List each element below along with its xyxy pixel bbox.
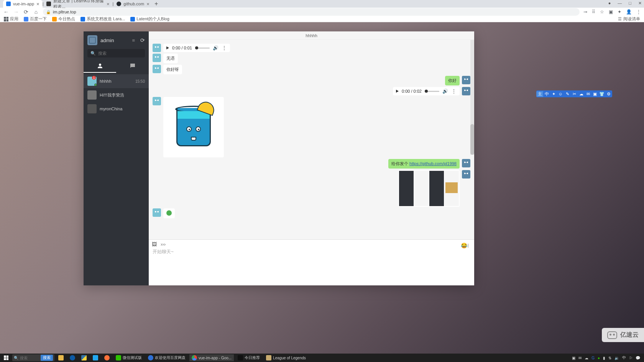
- tray-battery-icon[interactable]: ▮: [603, 356, 605, 360]
- taskbar-vscode[interactable]: [90, 354, 100, 361]
- taskbar-today[interactable]: 今日推荐: [235, 354, 262, 361]
- minimize-button[interactable]: —: [618, 1, 622, 6]
- tray-flag-icon[interactable]: ⚐: [629, 356, 632, 360]
- back-button[interactable]: ←: [3, 9, 9, 15]
- menu-icon[interactable]: ≡: [132, 38, 135, 43]
- taskbar-wechat[interactable]: 微信测试版: [113, 354, 144, 361]
- tab-vue-im-app[interactable]: vue-im-app ×: [3, 0, 43, 8]
- tool-mail-icon[interactable]: ✉: [585, 92, 591, 97]
- refresh-icon[interactable]: ⟳: [140, 37, 145, 43]
- tray-volume-icon[interactable]: 🔉: [614, 356, 619, 360]
- voice-icon[interactable]: ›››: [161, 241, 166, 247]
- gopher-cup-image: [165, 98, 222, 156]
- scroll-thumb[interactable]: [470, 124, 474, 155]
- tool-cut-icon[interactable]: ✂: [571, 92, 578, 97]
- tool-face-icon[interactable]: ☺: [557, 92, 564, 96]
- tool-grid-icon[interactable]: ▣: [591, 92, 598, 97]
- taskbar-baidupan[interactable]: 欢迎使用百度网盘: [146, 354, 188, 361]
- tool-spark-icon[interactable]: ✦: [550, 92, 557, 97]
- close-icon[interactable]: ×: [107, 1, 110, 7]
- translate-icon[interactable]: ⠿: [592, 9, 595, 15]
- more-icon[interactable]: ⋮: [222, 45, 227, 51]
- audio-player[interactable]: 0:00 / 0:02 🔊 ⋮: [393, 87, 460, 95]
- omnibox[interactable]: 🔒 im.pltrue.top: [43, 8, 580, 16]
- maximize-button[interactable]: □: [629, 1, 631, 6]
- apps-button[interactable]: 应用: [4, 16, 18, 22]
- key-icon[interactable]: ⊸: [583, 9, 587, 15]
- list-icon: ☰: [618, 16, 622, 21]
- tool-cn[interactable]: 中: [543, 91, 550, 97]
- tab-learnku[interactable]: 新建文章 | LearnKu 终身编程者... ×: [43, 0, 112, 8]
- profile-icon[interactable]: 👤: [626, 9, 632, 15]
- star-icon[interactable]: ☆: [600, 9, 604, 15]
- tool-shirt-icon[interactable]: 👕: [598, 92, 605, 97]
- message-input[interactable]: [153, 249, 470, 285]
- search-go-button[interactable]: 搜索: [41, 355, 53, 361]
- volume-icon[interactable]: 🔊: [213, 45, 219, 51]
- bookmark-latent[interactable]: Latent的个人Blog: [130, 16, 169, 22]
- search-box[interactable]: 🔍: [87, 49, 145, 57]
- close-icon[interactable]: ×: [146, 1, 150, 7]
- menu-icon[interactable]: ⋮: [636, 9, 641, 15]
- taskbar-search[interactable]: 🔍 搜索: [12, 354, 54, 361]
- taskbar-chrome[interactable]: vue-im-app - Goo...: [189, 354, 234, 361]
- cast-icon[interactable]: ▣: [609, 9, 613, 15]
- bookmark-lara[interactable]: 系统文档改造 Lara...: [80, 16, 125, 22]
- contact-item[interactable]: 1 hhhhh 15:50: [84, 74, 149, 88]
- app-shell: admin ≡ ⟳ 🔍 1 hhhhh 15:50: [84, 31, 474, 285]
- audio-player[interactable]: 0:00 / 0:01 🔊 ⋮: [163, 44, 230, 52]
- close-icon[interactable]: ×: [36, 1, 39, 7]
- tray-icon[interactable]: ✉: [578, 356, 582, 360]
- tray-ime-icon[interactable]: 中: [622, 355, 626, 360]
- contact-item[interactable]: myronChina: [84, 102, 149, 116]
- new-tab-button[interactable]: +: [153, 0, 160, 7]
- image-message[interactable]: [163, 97, 224, 157]
- volume-icon[interactable]: 🔊: [442, 88, 448, 94]
- image-icon[interactable]: 🖼: [152, 241, 157, 247]
- emoji-picker-icon[interactable]: 😂⁞: [461, 242, 469, 249]
- tray-network-icon[interactable]: ⇅: [608, 356, 611, 360]
- tray-notify-icon[interactable]: 💬: [636, 356, 640, 360]
- tray-icon[interactable]: ▣: [572, 356, 575, 360]
- github-link[interactable]: https://github.com/pl1998: [409, 161, 457, 166]
- taskbar-python[interactable]: [79, 354, 89, 361]
- taskbar-explorer[interactable]: [56, 354, 66, 361]
- clock-icon: [238, 355, 243, 360]
- taskbar-search-input[interactable]: [20, 356, 39, 360]
- composer: 🖼 ››› 😂⁞: [149, 239, 474, 285]
- record-icon[interactable]: ●: [608, 1, 611, 6]
- search-input[interactable]: [98, 51, 142, 56]
- play-icon[interactable]: [396, 90, 399, 93]
- tool-pen-icon[interactable]: ✎: [564, 92, 571, 97]
- tab-github[interactable]: github.com ×: [113, 0, 152, 8]
- more-icon[interactable]: ⋮: [451, 88, 457, 94]
- reload-button[interactable]: ⟳: [23, 9, 29, 15]
- play-icon[interactable]: [166, 46, 169, 49]
- bookmark-hot[interactable]: 今日热点: [52, 16, 75, 22]
- tool-main[interactable]: 主: [536, 91, 543, 97]
- reading-list-button[interactable]: ☰ 阅读清单: [618, 16, 640, 22]
- screenshot-message[interactable]: [398, 170, 460, 207]
- close-button[interactable]: ✕: [638, 1, 642, 6]
- start-button[interactable]: [2, 354, 11, 361]
- tab-contacts[interactable]: [84, 60, 116, 73]
- message-list[interactable]: 0:00 / 0:01 🔊 ⋮ 无语 你好呀 你好: [149, 40, 474, 239]
- forward-button[interactable]: →: [13, 9, 19, 15]
- tool-cloud-icon[interactable]: ☁: [578, 92, 585, 97]
- home-button[interactable]: ⌂: [33, 9, 39, 15]
- taskbar-edge[interactable]: [67, 354, 77, 361]
- tab-chats[interactable]: [116, 60, 149, 73]
- audio-track[interactable]: [195, 48, 210, 49]
- audio-track[interactable]: [425, 91, 439, 92]
- taskbar-firefox[interactable]: [102, 354, 112, 361]
- contact-item[interactable]: Hi!!!我李荣浩: [84, 88, 149, 102]
- bookmark-baidu[interactable]: 百度一下: [24, 16, 47, 22]
- scrollbar[interactable]: [470, 40, 474, 155]
- message-row: 0:00 / 0:01 🔊 ⋮: [153, 44, 470, 52]
- tool-gear-icon[interactable]: ⚙: [605, 92, 612, 97]
- extensions-icon[interactable]: ✦: [618, 9, 621, 15]
- tray-wechat-icon[interactable]: ●: [598, 356, 600, 360]
- tray-icon[interactable]: G: [591, 356, 595, 360]
- tray-icon[interactable]: ☁: [585, 356, 588, 360]
- taskbar-lol[interactable]: League of Legends: [264, 354, 308, 361]
